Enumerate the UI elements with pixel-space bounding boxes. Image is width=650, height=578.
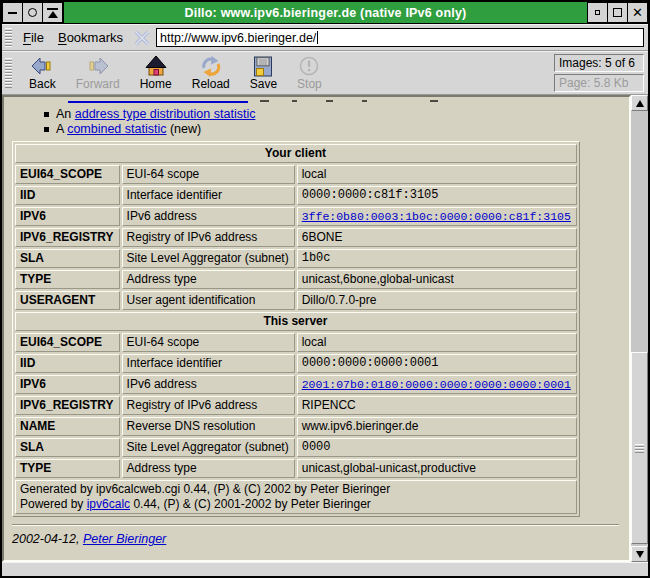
back-button[interactable]: Back [22, 54, 63, 92]
statistics-list: An address type distribution statistic A… [10, 107, 629, 137]
list-item: An address type distribution statistic [44, 107, 629, 122]
table-row: IPV6 IPv6 address 2001:07b0:0180:0000:00… [15, 375, 577, 394]
impressum-link[interactable]: Impressum [16, 559, 78, 562]
arrow-down-icon [636, 551, 644, 558]
table-row: EUI64_SCOPE EUI-64 scope local [15, 165, 577, 184]
page-size-status: Page: 5.8 Kb [554, 74, 644, 92]
combined-statistic-link[interactable]: combined statistic [67, 122, 166, 136]
table-row: SLA Site Level Aggregator (subnet) 0000 [15, 438, 577, 457]
save-button[interactable]: Save [243, 54, 284, 92]
window-title: Dillo: www.ipv6.bieringer.de (native IPv… [63, 2, 588, 23]
table-row: USERAGENT User agent identification Dill… [15, 291, 577, 310]
clipped-link-underline [68, 101, 248, 103]
minus-icon [8, 12, 17, 14]
shade-icon [47, 8, 58, 18]
generated-by-line: Generated by ipv6calcweb.cgi 0.44, (P) &… [20, 482, 571, 497]
powered-by-line: Powered by ipv6calc 0.44, (P) & (C) 2001… [20, 497, 571, 512]
menubar-grip-handle[interactable] [5, 28, 12, 47]
scrollbar-thumb[interactable] [631, 352, 648, 543]
server-section-header: This server [15, 312, 577, 331]
reload-icon [199, 55, 223, 78]
window-shade-button[interactable] [42, 2, 63, 23]
table-row: IPV6 IPv6 address 3ffe:0b80:0003:1b0c:00… [15, 207, 577, 226]
stop-button[interactable]: Stop [290, 54, 329, 92]
home-icon [144, 55, 168, 78]
toolbar-status-boxes: Images: 5 of 6 Page: 5.8 Kb [554, 54, 644, 92]
browser-window: Dillo: www.ipv6.bieringer.de (native IPv… [0, 0, 650, 578]
maximize-button[interactable] [607, 2, 628, 23]
main-area: An address type distribution statistic A… [2, 95, 648, 562]
small-square-icon [595, 10, 600, 15]
table-row: TYPE Address type unicast,global-unicast… [15, 459, 577, 478]
circle-icon [28, 8, 37, 17]
table-row: IID Interface identifier 0000:0000:0000:… [15, 354, 577, 373]
url-input[interactable]: http://www.ipv6.bieringer.de/ [156, 28, 644, 47]
ipv6calc-table: Your client EUI64_SCOPE EUI-64 scope loc… [12, 141, 580, 517]
forward-button[interactable]: Forward [69, 54, 127, 92]
table-row: IID Interface identifier 0000:0000:c81f:… [15, 186, 577, 205]
signature-line: 2002-04-12, Peter Bieringer [12, 532, 629, 547]
page-viewport: An address type distribution statistic A… [2, 95, 631, 562]
stop-icon [297, 55, 321, 78]
table-footer-row: Generated by ipv6calcweb.cgi 0.44, (P) &… [15, 480, 577, 514]
table-row: IPV6_REGISTRY Registry of IPv6 address 6… [15, 228, 577, 247]
text-caret [317, 31, 318, 44]
client-section-header: Your client [15, 144, 577, 163]
server-ipv6-address-link[interactable]: 2001:07b0:0180:0000:0000:0000:0000:0001 [302, 378, 571, 391]
scrollbar-thumb-grip [635, 444, 644, 453]
arrow-up-icon [636, 100, 644, 107]
close-icon: ✕ [632, 6, 643, 19]
list-item: A combined statistic (new) [44, 122, 629, 137]
table-row: NAME Reverse DNS resolution www.ipv6.bie… [15, 417, 577, 436]
status-bar [2, 562, 648, 576]
client-ipv6-address-link[interactable]: 3ffe:0b80:0003:1b0c:0000:0000:c81f:3105 [302, 210, 571, 223]
scroll-down-button[interactable] [631, 546, 648, 562]
impressum-line: (Impressum) [12, 559, 629, 562]
scroll-up-button[interactable] [631, 95, 648, 111]
home-button[interactable]: Home [133, 54, 179, 92]
table-row: SLA Site Level Aggregator (subnet) 1b0c [15, 249, 577, 268]
window-menu-button[interactable] [22, 2, 43, 23]
forward-icon [86, 55, 110, 78]
reload-button[interactable]: Reload [185, 54, 237, 92]
title-bar: Dillo: www.ipv6.bieringer.de (native IPv… [2, 2, 648, 24]
table-row: IPV6_REGISTRY Registry of IPv6 address R… [15, 396, 577, 415]
vertical-scrollbar [631, 95, 648, 562]
tool-bar: Back Forward Home Reload [2, 51, 648, 95]
author-link[interactable]: Peter Bieringer [83, 532, 166, 546]
horizontal-rule [12, 524, 619, 526]
url-text: http://www.ipv6.bieringer.de/ [160, 31, 316, 45]
table-row: TYPE Address type unicast,6bone,global-u… [15, 270, 577, 289]
scrollbar-trough[interactable] [631, 111, 648, 546]
menu-bar: File Bookmarks http://www.ipv6.bieringer… [2, 24, 648, 51]
busy-indicator-icon [134, 30, 150, 46]
toolbar-grip-handle[interactable] [5, 58, 12, 88]
clipped-list-item [10, 97, 629, 104]
minimize-button[interactable] [587, 2, 608, 23]
square-icon [613, 8, 622, 17]
images-status: Images: 5 of 6 [554, 54, 644, 72]
window-minus-button[interactable] [2, 2, 23, 23]
address-type-statistic-link[interactable]: address type distribution statistic [75, 107, 256, 121]
close-button[interactable]: ✕ [627, 2, 648, 23]
back-icon [30, 55, 54, 78]
save-icon [251, 55, 275, 78]
menu-bookmarks[interactable]: Bookmarks [51, 28, 130, 47]
ipv6calc-link[interactable]: ipv6calc [87, 497, 130, 511]
menu-file[interactable]: File [16, 28, 51, 47]
table-row: EUI64_SCOPE EUI-64 scope local [15, 333, 577, 352]
